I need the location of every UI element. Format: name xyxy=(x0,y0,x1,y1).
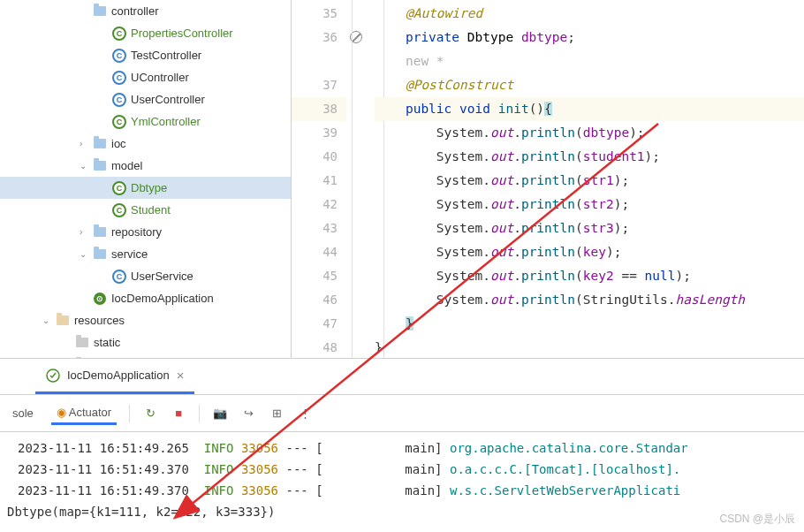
folder-icon xyxy=(74,338,90,347)
folder-icon xyxy=(55,315,71,325)
class-icon: C xyxy=(111,270,127,284)
tree-class-ymlcontroller[interactable]: CYmlController xyxy=(0,110,291,133)
code-line[interactable]: System.out.println(key); xyxy=(375,240,804,264)
code-line[interactable]: @Autowired xyxy=(375,2,804,26)
tree-class-propertiescontroller[interactable]: CPropertiesController xyxy=(0,22,291,44)
tree-class-ucontroller[interactable]: CUController xyxy=(0,66,291,88)
project-tree[interactable]: controller CPropertiesController CTestCo… xyxy=(0,0,292,358)
code-line[interactable]: @PostConstruct xyxy=(375,73,804,97)
code-line[interactable]: System.out.println(str3); xyxy=(375,217,804,240)
watermark: CSDN @是小辰 xyxy=(719,512,795,527)
class-icon: C xyxy=(111,71,127,85)
line-gutter: 35 36 37 38 39 40 41 42 43 44 45 46 47 4… xyxy=(292,0,346,358)
folder-icon xyxy=(92,161,108,171)
log-line: 2023-11-11 16:51:49.265 INFO 33056 --- [… xyxy=(18,437,793,459)
class-icon: C xyxy=(111,93,127,107)
folder-icon xyxy=(92,6,108,16)
close-icon[interactable]: × xyxy=(177,368,185,383)
code-line[interactable]: System.out.println(dbtype); xyxy=(375,121,804,145)
more-icon[interactable]: ⋮ xyxy=(297,406,313,422)
class-icon: C xyxy=(111,203,127,217)
actuator-tab[interactable]: ◉ Actuator xyxy=(51,402,117,425)
export-icon[interactable]: ↪ xyxy=(240,406,256,422)
code-line[interactable]: System.out.println(StringUtils.hasLength xyxy=(375,288,804,312)
code-line[interactable]: System.out.println(key2 == null); xyxy=(375,264,804,288)
run-tab-label: IocDemoApplication xyxy=(67,369,170,382)
code-line-hint: new * xyxy=(375,49,804,73)
tree-folder-model[interactable]: ⌄model xyxy=(0,155,291,177)
chevron-right-icon[interactable]: › xyxy=(80,139,92,148)
tree-class-dbtype[interactable]: CDbtype xyxy=(0,177,291,199)
code-line[interactable]: private Dbtype dbtype; xyxy=(375,26,804,49)
log-line: 2023-11-11 16:51:49.370 INFO 33056 --- [… xyxy=(18,459,793,480)
tree-folder-ioc[interactable]: ›ioc xyxy=(0,133,291,155)
code-line[interactable]: } xyxy=(375,336,804,358)
console-toolbar: sole ◉ Actuator ↻ ■ 📷 ↪ ⊞ ⋮ xyxy=(0,395,804,432)
tree-folder-repository[interactable]: ›repository xyxy=(0,221,291,243)
tree-class-student[interactable]: CStudent xyxy=(0,199,291,221)
tree-folder-service[interactable]: ⌄service xyxy=(0,243,291,265)
log-line: 2023-11-11 16:51:49.370 INFO 33056 --- [… xyxy=(18,480,793,501)
tree-class-testcontroller[interactable]: CTestController xyxy=(0,44,291,66)
stop-icon[interactable]: ■ xyxy=(171,406,186,422)
chevron-down-icon[interactable]: ⌄ xyxy=(80,161,92,171)
tree-app-main[interactable]: ⊙IocDemoApplication xyxy=(0,287,291,309)
tree-folder-templates[interactable]: templates xyxy=(0,353,291,358)
spring-run-icon xyxy=(46,369,60,383)
class-icon: C xyxy=(111,49,127,63)
folder-icon xyxy=(92,249,108,259)
tree-folder-static[interactable]: static xyxy=(0,331,291,353)
code-line[interactable]: System.out.println(str1); xyxy=(375,169,804,193)
class-icon: C xyxy=(111,27,127,41)
tree-folder-controller[interactable]: controller xyxy=(0,0,291,22)
code-line[interactable]: System.out.println(student1); xyxy=(375,145,804,169)
run-tab-iocdemo[interactable]: IocDemoApplication × xyxy=(35,359,194,394)
code-line-current[interactable]: public void init(){ xyxy=(375,97,804,121)
tree-class-usercontroller[interactable]: CUserController xyxy=(0,88,291,110)
folder-icon xyxy=(92,139,108,148)
rerun-icon[interactable]: ↻ xyxy=(142,406,158,422)
class-icon: C xyxy=(111,115,127,129)
console-tab[interactable]: sole xyxy=(7,403,39,423)
output-line: Dbtype(map={k1=111, k2=222, k3=333}) xyxy=(7,501,793,522)
springboot-icon: ⊙ xyxy=(92,293,108,305)
code-content[interactable]: @Autowired private Dbtype dbtype; new * … xyxy=(346,0,804,358)
folder-icon xyxy=(92,227,108,237)
chevron-right-icon[interactable]: › xyxy=(80,227,92,237)
chevron-down-icon[interactable]: ⌄ xyxy=(42,315,55,325)
layout-icon[interactable]: ⊞ xyxy=(269,406,284,422)
tree-class-userservice[interactable]: CUserService xyxy=(0,265,291,287)
camera-icon[interactable]: 📷 xyxy=(212,406,228,422)
run-tab-bar: IocDemoApplication × xyxy=(0,358,804,395)
class-icon: C xyxy=(111,181,127,195)
console-output[interactable]: 2023-11-11 16:51:49.265 INFO 33056 --- [… xyxy=(0,432,804,528)
code-line[interactable]: System.out.println(str2); xyxy=(375,193,804,217)
code-editor[interactable]: 35 36 37 38 39 40 41 42 43 44 45 46 47 4… xyxy=(292,0,804,358)
code-line[interactable]: } xyxy=(375,312,804,336)
tree-folder-resources[interactable]: ⌄resources xyxy=(0,309,291,331)
chevron-down-icon[interactable]: ⌄ xyxy=(80,249,92,259)
